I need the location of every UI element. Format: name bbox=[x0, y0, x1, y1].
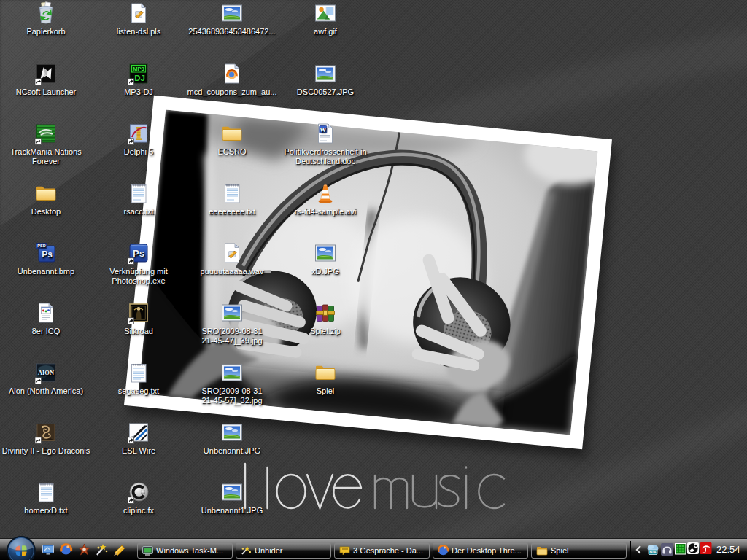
svg-text:22:54: 22:54 bbox=[716, 544, 740, 555]
svg-text:N/A: N/A bbox=[649, 550, 657, 554]
